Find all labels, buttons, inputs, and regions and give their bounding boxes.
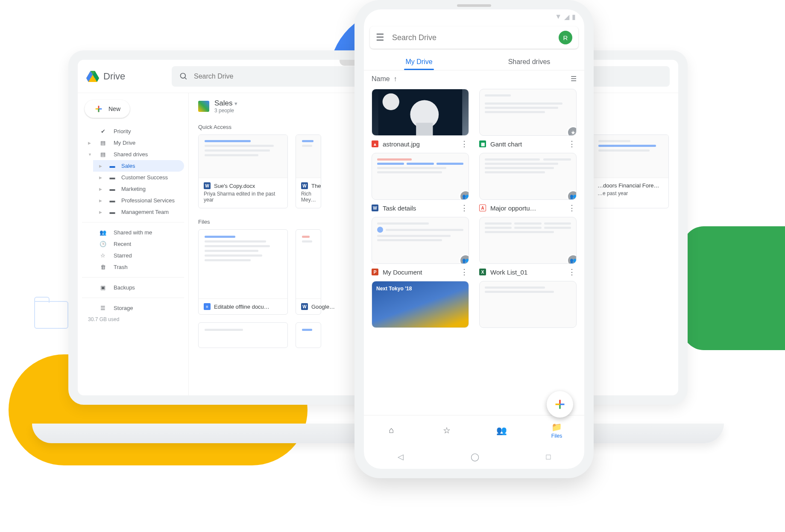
excel-icon: X [479,269,486,275]
bottom-tab-files[interactable]: 📁Files [529,415,584,445]
file-card[interactable]: Next Tokyo '18 [372,281,469,328]
fab-new-button[interactable] [547,391,573,418]
bottom-tab-starred[interactable]: ☆ [419,415,474,445]
shared-badge-icon: 👥 [567,254,577,264]
drive-logo-icon [86,71,99,82]
sidebar-item-shared-drives[interactable]: ▼▤ Shared drives [82,149,184,160]
file-card[interactable]: ≡Editable offline docu… [198,229,288,315]
bottom-nav: ⌂ ☆ 👥 📁Files [364,415,584,445]
file-name: Work List_01 [490,269,563,276]
sidebar-label: Marketing [121,186,146,192]
file-card[interactable]: 👥 XWork List_01⋮ [479,217,577,277]
desktop-sidebar: New ✔ Priority ▶▤ My Drive ▼▤ Shared dri… [78,93,189,395]
file-name: Gantt chart [490,140,563,148]
file-card[interactable] [479,281,577,328]
file-name: Major opportu… [490,205,563,212]
mobile-search-input[interactable] [392,33,551,42]
folder-icon: ▬ [108,186,116,192]
view-toggle-list-icon[interactable]: ☰ [571,75,577,83]
file-thumbnail [199,323,287,348]
more-icon[interactable]: ⋮ [460,267,469,277]
sidebar-label: Management Team [121,209,169,215]
word-icon: W [301,303,308,310]
tab-shared-drives[interactable]: Shared drives [474,53,584,70]
sidebar-item-customer-success[interactable]: ▶▬ Customer Success [93,172,184,183]
sidebar-item-sales[interactable]: ▶▬ Sales [93,160,184,172]
sidebar-item-shared-with-me[interactable]: 👥 Shared with me [82,227,184,238]
file-thumbnail [296,135,321,178]
chevron-right-icon: ▶ [99,175,103,180]
new-button-label: New [108,105,120,112]
menu-icon[interactable]: ☰ [376,32,384,43]
phone-speaker [457,4,491,7]
home-icon: ⌂ [389,425,394,435]
mobile-search-bar[interactable]: ☰ R [370,26,578,49]
storage-used-text: 30.7 GB used [82,314,184,322]
folder-icon: ▬ [108,209,116,215]
quick-access-card[interactable]: …doors Financial Fore……e past year [592,134,669,208]
file-thumbnail [479,281,577,328]
account-avatar[interactable]: R [559,31,572,44]
more-icon[interactable]: ⋮ [460,203,469,213]
sidebar-item-storage[interactable]: ☰ Storage [82,302,184,314]
sidebar-item-management-team[interactable]: ▶▬ Management Team [93,206,184,218]
chevron-right-icon: ▶ [99,210,103,214]
more-icon[interactable]: ⋮ [567,267,577,277]
storage-icon: ☰ [99,305,107,311]
new-button[interactable]: New [85,100,130,118]
sidebar-label: My Drive [114,140,135,146]
bottom-tab-home[interactable]: ⌂ [364,415,419,445]
sort-label: Name [372,75,390,82]
sidebar-item-professional-services[interactable]: ▶▬ Professional Services [93,195,184,206]
file-card[interactable]: WGoogle… [296,229,321,315]
file-thumbnail [592,135,668,178]
file-card[interactable]: ★ ▦Gantt chart⋮ [479,89,577,149]
sidebar-item-my-drive[interactable]: ▶▤ My Drive [82,137,184,149]
more-icon[interactable]: ⋮ [567,139,577,149]
sidebar-item-starred[interactable]: ☆ Starred [82,250,184,261]
svg-rect-15 [416,123,433,135]
bottom-tab-shared[interactable]: 👥 [474,415,529,445]
sidebar-item-backups[interactable]: ▣ Backups [82,282,184,293]
more-icon[interactable]: ⋮ [567,203,577,213]
drive-logo[interactable]: Drive [86,71,172,82]
sidebar-label: Shared drives [114,151,148,158]
tab-my-drive[interactable]: My Drive [364,53,474,70]
recents-icon[interactable]: □ [546,453,551,462]
file-thumbnail [199,135,287,178]
dropdown-icon[interactable]: ▾ [234,100,237,107]
sidebar-item-priority[interactable]: ✔ Priority [82,126,184,137]
chevron-right-icon: ▶ [88,141,92,145]
sidebar-label: Storage [114,305,133,311]
mobile-drive-app: ▼ ◢ ▮ ☰ R My Drive Shared drives Name ↑ … [364,9,584,469]
home-circle-icon[interactable]: ◯ [471,452,479,462]
file-card[interactable] [296,322,321,348]
folder-icon: 📁 [551,422,562,432]
file-name: Task details [383,205,455,212]
sidebar-item-recent[interactable]: 🕒 Recent [82,238,184,250]
file-thumbnail: ★ [479,89,577,136]
sidebar-label: Priority [114,128,131,134]
file-card[interactable] [198,322,288,348]
file-thumbnail [199,230,287,298]
sort-control[interactable]: Name ↑ [372,75,397,83]
wifi-icon: ▼ [555,13,562,20]
drive-icon: ▤ [99,140,107,146]
star-icon: ☆ [443,425,451,436]
sidebar-item-marketing[interactable]: ▶▬ Marketing [93,183,184,195]
more-icon[interactable]: ⋮ [460,139,469,149]
quick-access-card[interactable]: WSue's Copy.docx Priya Sharma edited in … [198,134,288,208]
sidebar-item-trash[interactable]: 🗑 Trash [82,261,184,273]
file-name: Sue's Copy.docx [214,183,255,189]
file-card[interactable]: 👥 AMajor opportu…⋮ [479,153,577,213]
file-thumbnail [372,89,469,136]
file-card[interactable]: ▲astronaut.jpg⋮ [372,89,469,149]
file-card[interactable]: 👥 PMy Document⋮ [372,217,469,277]
file-card[interactable]: 👥 WTask details⋮ [372,153,469,213]
arrow-up-icon: ↑ [394,75,397,82]
chevron-right-icon: ▶ [99,199,103,203]
back-icon[interactable]: ◁ [398,452,404,462]
file-thumbnail: 👥 [372,153,469,200]
quick-access-card[interactable]: WThe…Rich Mey… [296,134,321,208]
signal-icon: ◢ [564,13,569,21]
